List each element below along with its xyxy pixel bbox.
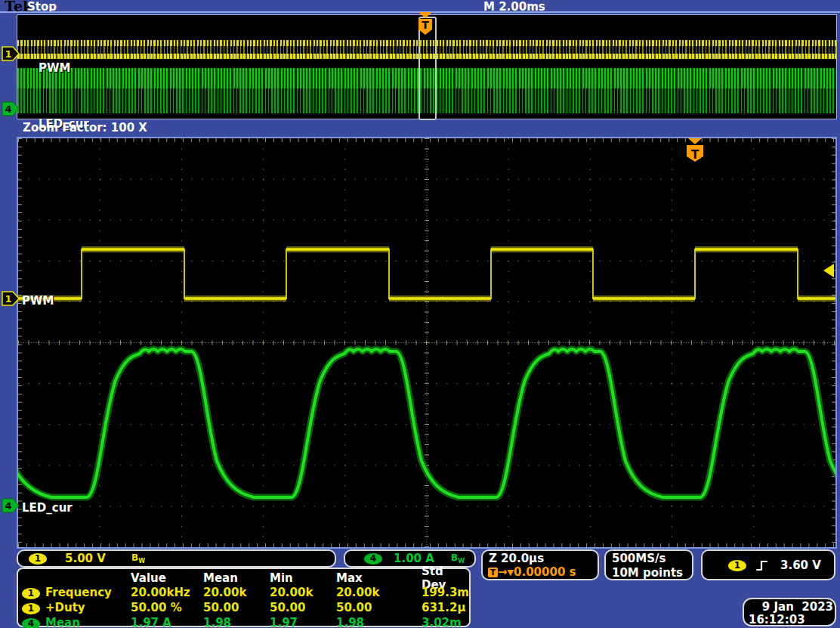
col-header-mean: Mean — [203, 571, 270, 585]
overview-trigger-flag-letter: T — [422, 19, 429, 31]
datetime-box: 9 Jan 2023 16:12:03 — [743, 598, 836, 626]
measurement-name: Frequency — [45, 586, 131, 599]
ch1-scale-box[interactable]: 1 5.00 V BW — [17, 549, 336, 568]
measurement-value: 1.97 A — [131, 616, 203, 628]
measurement-max: 20.00k — [336, 586, 422, 599]
measurement-stddev: 3.02m — [422, 616, 469, 628]
date-readout: 9 Jan 2023 — [744, 600, 833, 614]
measurement-header-row: Value Mean Min Max Std Dev — [18, 571, 469, 585]
measurement-mean: 50.00 — [203, 601, 270, 614]
measurement-value: 20.00kHz — [131, 586, 203, 599]
time-readout: 16:12:03 — [749, 613, 805, 626]
sample-rate: 500MS/s — [612, 552, 666, 565]
overview-ch4-marker[interactable]: 4 — [2, 101, 20, 116]
overview-ch4-marker-number: 4 — [5, 104, 11, 115]
rising-edge-icon — [755, 559, 769, 572]
trigger-level-value: 3.60 V — [780, 558, 821, 572]
col-header-min: Min — [270, 571, 336, 585]
oscilloscope-screen: Tek Stop M 2.00ms PWM LED_cur T 1 4 Zoom… — [0, 0, 840, 628]
row2-channel-badge: 1 — [22, 603, 40, 614]
trigger-t-icon: T — [488, 568, 498, 577]
measurement-max: 50.00 — [336, 601, 422, 614]
col-header-max: Max — [336, 571, 422, 585]
zoom-timebase-box[interactable]: Z 20.0µs T→▼0.00000 s — [481, 549, 599, 580]
trigger-readout-box[interactable]: 1 3.60 V — [701, 549, 835, 580]
measurement-stddev: 631.2µ — [422, 601, 469, 614]
zoom-ch4-label: LED_cur — [22, 501, 73, 515]
measurement-max: 1.98 — [336, 616, 422, 628]
measurement-row-frequency: 1 Frequency 20.00kHz 20.00k 20.00k 20.00… — [18, 585, 469, 600]
svg-text:T: T — [691, 148, 699, 162]
zoom-factor-label: Zoom Factor: 100 X — [23, 121, 147, 135]
trigger-source-badge: 1 — [728, 560, 746, 571]
measurement-mean: 1.98 — [203, 616, 270, 628]
zoom-ch4-marker[interactable]: 4 — [2, 498, 20, 513]
marker-triangle-icon: ▼ — [508, 568, 514, 577]
ch1-badge: 1 — [29, 553, 47, 565]
record-length: 10M points — [612, 566, 683, 580]
arrow-right-icon: → — [498, 565, 508, 579]
overview-ch1-marker-number: 1 — [5, 48, 11, 60]
trigger-position-value: 0.00000 s — [514, 565, 576, 579]
zoom-ch1-marker[interactable]: 1 — [2, 291, 20, 306]
measurement-table: Value Mean Min Max Std Dev 1 Frequency 2… — [17, 568, 471, 627]
ch1-bandwidth-icon: BW — [131, 552, 145, 565]
measurement-min: 50.00 — [270, 601, 336, 614]
zoom-display: T — [18, 138, 835, 547]
measurement-min: 20.00k — [270, 586, 336, 599]
zoom-ch1-label: PWM — [22, 294, 54, 308]
measurement-row-mean: 4 Mean 1.97 A 1.98 1.97 1.98 3.02m — [18, 615, 469, 628]
ch1-scale-value: 5.00 V — [65, 552, 106, 565]
measurement-name: +Duty — [45, 601, 131, 614]
zoom-timebase-scale: Z 20.0µs — [489, 552, 544, 565]
col-header-value: Value — [131, 571, 203, 585]
overview-trigger-position-flag[interactable]: T — [413, 11, 439, 39]
trigger-flag-triangle-icon — [418, 12, 432, 18]
ch4-badge: 4 — [364, 553, 382, 565]
row1-channel-badge: 1 — [22, 588, 40, 599]
zoom-ch4-marker-number: 4 — [5, 500, 11, 512]
trigger-position-readout: T→▼0.00000 s — [488, 565, 576, 579]
ch4-scale-value: 1.00 A — [394, 552, 434, 565]
zoom-window: T PWM LED_cur — [17, 137, 837, 549]
row3-channel-badge: 4 — [22, 618, 40, 628]
measurement-stddev: 199.3m — [422, 586, 469, 599]
measurement-name: Mean — [45, 616, 131, 628]
acquisition-box[interactable]: 500MS/s 10M points — [604, 549, 693, 580]
overview-ch1-marker[interactable]: 1 — [2, 46, 20, 61]
overview-ch1-label: PWM — [39, 61, 70, 75]
measurement-value: 50.00 % — [131, 601, 203, 614]
zoom-ch1-marker-number: 1 — [5, 293, 11, 305]
measurement-row-duty: 1 +Duty 50.00 % 50.00 50.00 50.00 631.2µ — [18, 600, 469, 615]
measurement-min: 1.97 — [270, 616, 336, 628]
measurement-mean: 20.00k — [203, 586, 270, 599]
ch4-bandwidth-icon: BW — [451, 552, 465, 565]
